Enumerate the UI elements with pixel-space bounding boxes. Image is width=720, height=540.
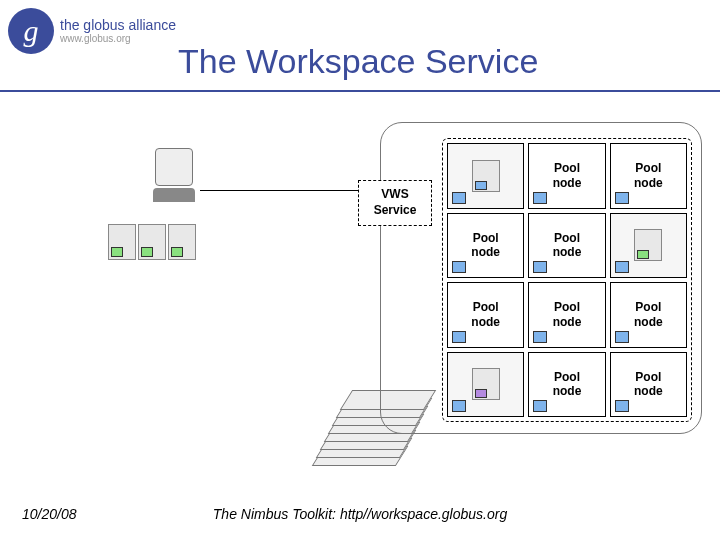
- pool-label-line2: node: [471, 315, 500, 329]
- pool-label-line1: Pool: [554, 370, 580, 384]
- pool-label-line2: node: [553, 176, 582, 190]
- server-icon: [634, 229, 662, 261]
- server-icon: [168, 224, 196, 260]
- server-icon: [472, 368, 500, 400]
- pool-label-line1: Pool: [554, 231, 580, 245]
- pool-label-line2: node: [553, 384, 582, 398]
- pool-node: Poolnode: [610, 282, 687, 348]
- pool-label-line2: node: [553, 315, 582, 329]
- pool-node-with-vm: [447, 143, 524, 209]
- server-icon: [138, 224, 166, 260]
- brand-logo: g the globus alliance www.globus.org: [8, 8, 176, 54]
- user-icon: [150, 148, 198, 208]
- pool-grid: PoolnodePoolnodePoolnodePoolnodePoolnode…: [442, 138, 692, 422]
- brand-url: www.globus.org: [60, 33, 176, 44]
- pool-node: Poolnode: [447, 282, 524, 348]
- pool-label-line1: Pool: [635, 300, 661, 314]
- pool-node-with-vm: [447, 352, 524, 418]
- pool-node: Poolnode: [528, 352, 605, 418]
- pool-label-line1: Pool: [473, 231, 499, 245]
- pool-label-line1: Pool: [554, 161, 580, 175]
- pool-label-line2: node: [471, 245, 500, 259]
- vws-service-box: VWS Service: [358, 180, 432, 226]
- connector-line: [200, 190, 358, 191]
- pool-node: Poolnode: [528, 282, 605, 348]
- pool-label-line1: Pool: [473, 300, 499, 314]
- pool-label-line2: node: [634, 315, 663, 329]
- pool-label-line1: Pool: [554, 300, 580, 314]
- server-icon: [108, 224, 136, 260]
- vm-cluster-icon: [108, 224, 196, 260]
- pool-node-with-vm: [610, 213, 687, 279]
- brand-text: the globus alliance www.globus.org: [60, 18, 176, 44]
- slide-title: The Workspace Service: [178, 42, 538, 81]
- server-icon: [472, 160, 500, 192]
- pool-label-line1: Pool: [635, 370, 661, 384]
- pool-node: Poolnode: [447, 213, 524, 279]
- pool-label-line2: node: [634, 176, 663, 190]
- vws-label-line2: Service: [359, 203, 431, 219]
- pool-node: Poolnode: [528, 213, 605, 279]
- pool-node: Poolnode: [528, 143, 605, 209]
- pool-node: Poolnode: [610, 143, 687, 209]
- slide-footer: The Nimbus Toolkit: http//workspace.glob…: [0, 506, 720, 522]
- globus-logo-icon: g: [8, 8, 54, 54]
- pool-label-line2: node: [634, 384, 663, 398]
- header-divider: [0, 90, 720, 92]
- pool-label-line2: node: [553, 245, 582, 259]
- vws-label-line1: VWS: [359, 187, 431, 203]
- pool-label-line1: Pool: [635, 161, 661, 175]
- pool-node: Poolnode: [610, 352, 687, 418]
- brand-name: the globus alliance: [60, 18, 176, 33]
